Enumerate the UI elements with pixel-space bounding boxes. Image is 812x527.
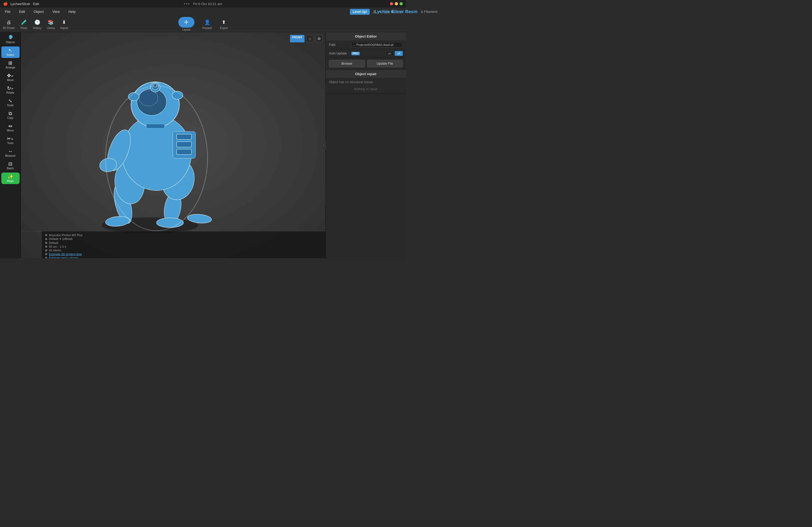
sidebar-item-batch[interactable]: ⊟ Batch — [1, 160, 19, 171]
left-sidebar: ≡ 1 Objects ↖ Select ⊞ Arrange ✥ ▶ Move — [0, 32, 21, 258]
measure-label: Measure — [5, 154, 16, 157]
resin-label: Resin — [20, 27, 27, 30]
printer-label: 3D Printer — [3, 27, 15, 30]
title-bar-right — [390, 2, 403, 5]
status-bar: Anycubic Photon M3 Plus Default ✦ (offic… — [42, 231, 325, 258]
minimize-button[interactable] — [395, 2, 398, 5]
viewport-settings-button[interactable]: ⚙ — [315, 35, 323, 42]
status-printer-name: Anycubic Photon M3 Plus — [49, 234, 83, 237]
browse-button[interactable]: Browse — [329, 60, 365, 67]
status-resolution: 50 um - 1.5 s — [45, 245, 322, 248]
home-view-button[interactable]: ⌂ — [306, 35, 314, 42]
fullscreen-button[interactable] — [400, 2, 403, 5]
estimate-resin-link[interactable]: Estimate resin volume — [49, 256, 78, 258]
main-layout: ≡ 1 Objects ↖ Select ⊞ Arrange ✥ ▶ Move — [0, 32, 406, 258]
sidebar-item-magic[interactable]: ✨ Magic — [1, 172, 19, 184]
history-icon: 🕐 — [33, 18, 41, 26]
toolbar-center: ✛ Layout 👤 Prepare ⬆ Export — [178, 17, 228, 31]
auto-update-off-btn[interactable]: off — [395, 51, 403, 56]
status-material: Default — [45, 241, 322, 244]
printer-icon: 🖨 — [5, 18, 13, 26]
profile-status-dot — [45, 238, 47, 240]
mirror-label: Mirror — [7, 129, 14, 132]
repair-status-text: Object has no structural issues — [326, 78, 406, 86]
sidebar-item-mirror[interactable]: ⇔ Mirror — [1, 122, 19, 134]
auto-update-on-btn[interactable]: on — [386, 51, 394, 56]
close-button[interactable] — [390, 2, 393, 5]
tools-label: Tools — [7, 142, 13, 145]
title-bar-center: • • • Fri 6 Oct 10:21 am — [184, 2, 222, 6]
menu-file[interactable]: File — [3, 9, 12, 14]
viewport[interactable]: FRONT ⌂ ⚙ Anycubic Photon M3 Plus Defaul… — [21, 32, 325, 258]
select-label: Select — [7, 54, 14, 56]
move-icon: ✥ — [7, 73, 11, 78]
app-name: LycheeSlicer — [11, 2, 30, 6]
library-label: Library — [47, 27, 55, 30]
rotate-expand-arrow: ▶ — [12, 87, 14, 90]
title-dots: • • • — [184, 2, 190, 6]
toolbar: 🖨 3D Printer 🧪 Resin 🕐 History 📚 Library… — [0, 16, 406, 32]
sidebar-item-copy[interactable]: ⧉ Copy — [1, 109, 19, 121]
level-up-button[interactable]: Level Up! — [350, 9, 370, 15]
window-controls — [390, 2, 403, 5]
title-edit-menu[interactable]: Edit — [33, 2, 39, 6]
scale-icon: ⤡ — [8, 99, 12, 103]
layout-label: Layout — [182, 28, 190, 31]
status-resolution-value: 50 um - 1.5 s — [49, 245, 66, 248]
batch-label: Batch — [7, 167, 14, 170]
pro-badge: PRO — [351, 52, 360, 55]
sidebar-item-move[interactable]: ✥ ▶ Move — [1, 72, 19, 83]
menu-object[interactable]: Object — [32, 9, 45, 14]
height-status-dot — [45, 249, 47, 252]
menu-bar: File Edit Object View Help Lychee Slicer… — [0, 7, 406, 16]
sidebar-item-tools[interactable]: ✂ ▶ Tools — [1, 135, 19, 146]
sidebar-item-measure[interactable]: ↔ Measure — [1, 147, 19, 159]
tools-row: ✂ ▶ — [7, 136, 14, 141]
toolbar-library[interactable]: 📚 Library — [47, 18, 55, 30]
history-label: History — [33, 27, 41, 30]
arrange-label: Arrange — [6, 66, 15, 69]
object-editor-section: Object Editor Path ... Projects/DOGPAW1.… — [326, 32, 406, 70]
menu-edit[interactable]: Edit — [17, 9, 27, 14]
move-expand-arrow: ▶ — [12, 74, 14, 77]
auto-update-label: Auto Update — [329, 51, 349, 55]
toolbar-prepare[interactable]: 👤 Prepare — [202, 18, 212, 30]
sidebar-item-rotate[interactable]: ↻ ▶ Rotate — [1, 84, 19, 96]
prepare-label: Prepare — [202, 27, 212, 30]
app-title: Lychee Slicer Resin — [375, 10, 406, 14]
sidebar-item-select[interactable]: ↖ Select — [1, 46, 19, 58]
objects-badge-container: ≡ 1 — [9, 36, 12, 40]
estimate-time-link[interactable]: Estimate 3D printing time — [49, 253, 82, 256]
library-icon: 📚 — [47, 18, 55, 26]
status-estimate-time[interactable]: Estimate 3D printing time — [45, 253, 322, 256]
menu-view[interactable]: View — [51, 9, 61, 14]
menu-help[interactable]: Help — [67, 9, 77, 14]
printer-status-dot — [45, 234, 47, 236]
front-view-badge[interactable]: FRONT — [290, 35, 305, 42]
update-file-button[interactable]: Update File — [367, 60, 403, 67]
toolbar-left: 🖨 3D Printer 🧪 Resin 🕐 History 📚 Library… — [3, 18, 68, 30]
nothing-to-repair-text: Nothing to repair — [326, 86, 406, 94]
tools-icon: ✂ — [7, 136, 11, 141]
copy-label: Copy — [7, 117, 13, 119]
status-profile-name: Default ✦ (official) — [49, 237, 73, 241]
sidebar-item-arrange[interactable]: ⊞ Arrange — [1, 59, 19, 71]
toolbar-resin[interactable]: 🧪 Resin — [20, 18, 28, 30]
svg-rect-12 — [177, 149, 191, 154]
toolbar-layout[interactable]: ✛ Layout — [178, 17, 194, 31]
sidebar-item-scale[interactable]: ⤡ Scale — [1, 97, 19, 108]
toolbar-export[interactable]: ⬆ Export — [220, 18, 228, 30]
panel-collapse-arrow[interactable]: › — [322, 141, 326, 149]
object-editor-header: Object Editor — [326, 32, 406, 41]
toolbar-import[interactable]: ⬇ Import — [60, 18, 68, 30]
status-estimate-resin[interactable]: Estimate resin volume — [45, 256, 322, 258]
path-row: Path ... Projects/DOGPAW1.fixed.stl — [326, 41, 406, 49]
sidebar-item-objects[interactable]: ≡ 1 Objects — [1, 34, 19, 45]
toolbar-history[interactable]: 🕐 History — [33, 18, 41, 30]
export-label: Export — [220, 27, 228, 30]
toolbar-3d-printer[interactable]: 🖨 3D Printer — [3, 18, 15, 30]
status-height-value: 42.44mm — [49, 249, 61, 252]
layout-active-btn[interactable]: ✛ — [178, 17, 194, 28]
arrange-icon: ⊞ — [8, 61, 12, 65]
right-panel: › Object Editor Path ... Projects/DOGPAW… — [325, 32, 406, 258]
